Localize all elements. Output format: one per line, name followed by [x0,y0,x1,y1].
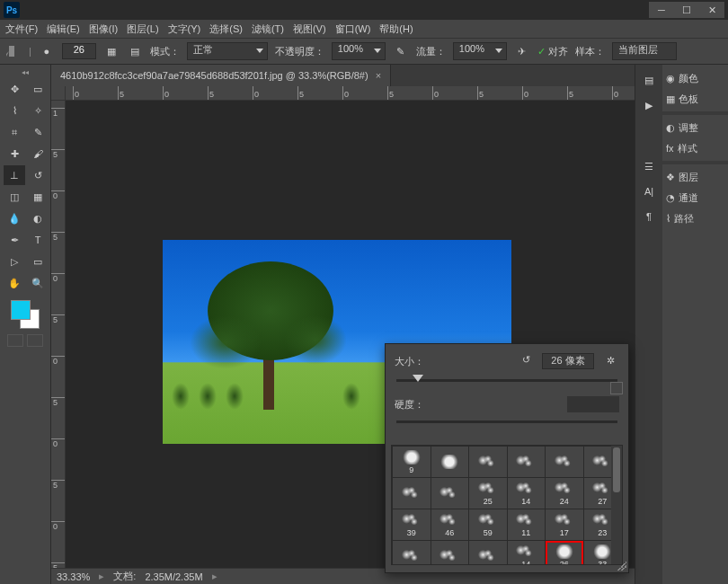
history-brush-tool[interactable]: ↺ [27,165,49,185]
menu-image[interactable]: 图像(I) [89,22,118,36]
brush-preset[interactable] [393,478,431,509]
hand-tool[interactable]: ✋ [4,273,25,293]
dodge-tool[interactable]: ◐ [27,208,49,228]
color-swatch[interactable] [11,300,40,329]
fg-color[interactable] [11,300,31,320]
character-panel-icon[interactable]: A| [641,183,657,199]
brush-preset[interactable] [546,447,583,477]
airbrush-icon[interactable]: ✈ [514,43,530,59]
brush-preset[interactable] [508,447,546,477]
tool-preset-icon[interactable] [5,43,22,59]
ruler-horizontal[interactable]: 0505050505050 [66,86,635,101]
brush-preset[interactable]: 24 [546,478,583,509]
resize-handle[interactable] [617,562,626,571]
panel-dock: ▤ ▶ ☰ A| ¶ ◉ 颜色 ▦ 色板 ◐ 调整 fx 样式 [635,65,728,584]
marquee-tool[interactable]: ▭ [27,79,49,99]
aligned-checkbox[interactable]: ✓对齐 [537,45,568,58]
maximize-button[interactable]: ☐ [674,2,699,18]
type-tool[interactable]: T [27,230,49,250]
tab-close-icon[interactable]: × [376,70,381,81]
panel-layers[interactable]: ❖ 图层 [662,167,728,187]
new-preset-icon[interactable] [610,382,623,394]
panel-swatches[interactable]: ▦ 色板 [662,89,728,109]
zoom-tool[interactable]: 🔍 [27,273,49,293]
pen-tool[interactable]: ✒ [4,230,25,250]
brush-preset[interactable]: 14 [508,478,546,509]
minimize-button[interactable]: ─ [649,2,674,18]
hardness-slider[interactable] [396,416,617,429]
reset-icon[interactable]: ↺ [522,354,537,368]
sample-select[interactable]: 当前图层 [612,42,677,60]
panel-styles[interactable]: fx 样式 [662,138,728,158]
menu-file[interactable]: 文件(F) [5,22,38,36]
menu-layer[interactable]: 图层(L) [127,22,158,36]
menu-view[interactable]: 视图(V) [293,22,326,36]
blur-tool[interactable]: 💧 [4,208,25,228]
toolbox-collapse[interactable]: ◂◂ [2,68,49,77]
panel-adjustments[interactable]: ◐ 调整 [662,118,728,137]
panel-channels[interactable]: ◔ 通道 [662,188,728,208]
history-panel-icon[interactable]: ▤ [641,72,657,88]
crop-tool[interactable]: ⌗ [4,122,25,142]
shape-tool[interactable]: ▭ [27,252,49,271]
hardness-input[interactable] [567,396,619,412]
menu-filter[interactable]: 滤镜(T) [252,22,284,36]
scrollbar[interactable] [611,446,622,564]
brush-preset[interactable] [431,541,469,565]
lasso-tool[interactable]: ⌇ [4,101,25,120]
close-button[interactable]: ✕ [699,2,724,18]
brush-size-field[interactable]: 26 [62,43,96,59]
path-select-tool[interactable]: ▷ [4,252,25,271]
brush-preset[interactable]: 9 [393,447,431,477]
gear-icon[interactable]: ✲ [607,355,619,367]
scrollbar-thumb[interactable] [613,447,620,492]
actions-panel-icon[interactable]: ▶ [641,97,657,113]
brush-preset[interactable] [431,478,469,509]
opacity-field[interactable]: 100% [332,42,386,60]
menu-type[interactable]: 文字(Y) [168,22,201,36]
document-tab[interactable]: 4610b912c8fcc3cef90a7ae79845d688d53f201f… [51,65,391,86]
brush-preset[interactable]: 39 [393,509,431,540]
move-tool[interactable]: ✥ [4,79,25,99]
brush-preset[interactable] [469,541,507,565]
panel-paths[interactable]: ⌇ 路径 [662,208,728,228]
stamp-tool[interactable]: ⊥ [4,165,25,185]
brush-size-input[interactable]: 26 像素 [542,353,594,369]
brush-preset[interactable]: 17 [546,509,583,540]
brush-preset[interactable] [469,447,507,477]
pressure-opacity-icon[interactable]: ✎ [393,43,409,59]
menu-window[interactable]: 窗口(W) [335,22,371,36]
paragraph-panel-icon[interactable]: ¶ [641,208,657,225]
brush-panel-icon[interactable]: ▦ [103,43,120,59]
brush-preset[interactable]: 26 [546,541,583,565]
brush-preset[interactable]: 46 [431,509,469,540]
eraser-tool[interactable]: ◫ [4,187,25,207]
healing-tool[interactable]: ✚ [4,144,25,164]
blend-mode-select[interactable]: 正常 [187,42,268,60]
screen-mode[interactable] [2,334,49,347]
brush-tool[interactable]: 🖌 [27,144,49,164]
brush-preset[interactable]: 59 [469,509,507,540]
brush-size-label: 大小： [395,355,439,368]
magic-wand-tool[interactable]: ✧ [27,101,49,120]
zoom-level[interactable]: 33.33% [57,571,90,582]
chevron-down-icon [256,49,263,53]
menu-help[interactable]: 帮助(H) [379,22,413,36]
flow-field[interactable]: 100% [453,42,507,60]
brush-size-slider[interactable] [396,375,617,387]
menu-select[interactable]: 选择(S) [209,22,243,36]
brush-preset[interactable]: 25 [469,478,507,509]
brush-preset[interactable] [431,447,469,477]
panel-color[interactable]: ◉ 颜色 [662,68,728,88]
gradient-tool[interactable]: ▦ [27,187,49,207]
menu-edit[interactable]: 编辑(E) [47,22,80,36]
brush-preset[interactable] [393,541,431,565]
brush-settings-icon[interactable]: ▤ [127,43,143,59]
ruler-vertical[interactable]: 150505050505 [51,101,66,568]
brush-preset[interactable]: 14 [508,541,546,565]
brush-tip-icon[interactable]: ● [39,43,55,59]
eyedropper-tool[interactable]: ✎ [27,122,49,142]
slider-thumb[interactable] [413,375,423,382]
properties-panel-icon[interactable]: ☰ [641,158,657,174]
brush-preset[interactable]: 11 [508,509,546,540]
